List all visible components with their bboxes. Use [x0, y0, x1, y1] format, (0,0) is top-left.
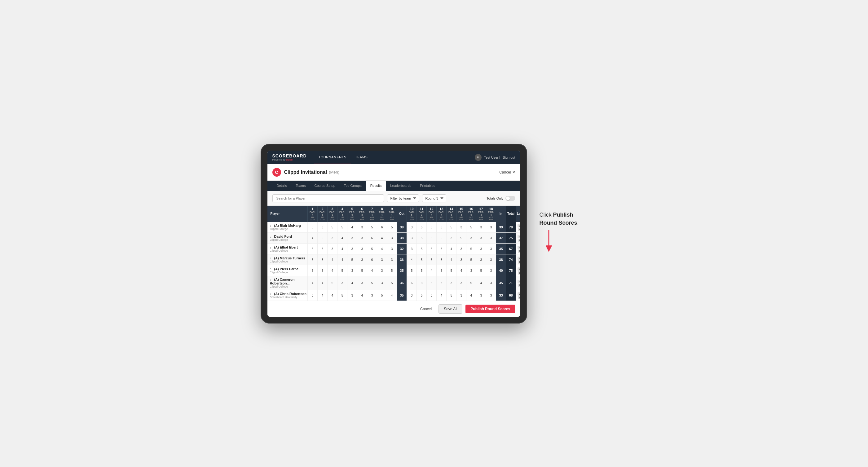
- score-input-hole-18[interactable]: [488, 258, 495, 261]
- score-input-hole-14[interactable]: [448, 247, 455, 251]
- score-input-hole-12[interactable]: [428, 226, 435, 229]
- score-input-hole-1[interactable]: [309, 269, 316, 272]
- score-hole-9[interactable]: [387, 254, 397, 265]
- score-input-hole-5[interactable]: [349, 258, 356, 261]
- score-input-hole-15[interactable]: [458, 237, 465, 240]
- score-input-hole-16[interactable]: [468, 281, 475, 285]
- tab-course-setup[interactable]: Course Setup: [310, 181, 340, 191]
- score-input-hole-14[interactable]: [448, 281, 455, 285]
- score-hole-15[interactable]: [457, 222, 466, 233]
- score-input-hole-11[interactable]: [418, 247, 425, 251]
- score-input-hole-6[interactable]: [359, 269, 366, 272]
- score-hole-17[interactable]: [476, 290, 486, 301]
- score-hole-5[interactable]: [347, 290, 357, 301]
- score-input-hole-10[interactable]: [408, 281, 415, 285]
- score-hole-17[interactable]: [476, 276, 486, 290]
- score-input-hole-2[interactable]: [319, 281, 326, 285]
- score-hole-11[interactable]: [417, 265, 427, 276]
- score-input-hole-3[interactable]: [329, 226, 336, 229]
- score-input-hole-16[interactable]: [468, 269, 475, 272]
- score-input-hole-2[interactable]: [319, 247, 326, 251]
- score-hole-8[interactable]: [377, 243, 387, 254]
- score-hole-4[interactable]: [338, 276, 347, 290]
- score-input-hole-3[interactable]: [329, 237, 336, 240]
- sign-out-link[interactable]: Sign out: [503, 156, 515, 159]
- score-hole-1[interactable]: [308, 243, 318, 254]
- score-hole-11[interactable]: [417, 276, 427, 290]
- score-input-hole-15[interactable]: [458, 269, 465, 272]
- score-hole-3[interactable]: [328, 276, 338, 290]
- score-input-hole-10[interactable]: [408, 247, 415, 251]
- score-hole-6[interactable]: [357, 222, 367, 233]
- search-input[interactable]: [272, 194, 384, 203]
- score-input-hole-13[interactable]: [438, 247, 445, 251]
- score-input-hole-17[interactable]: [478, 226, 485, 229]
- score-input-hole-7[interactable]: [369, 294, 376, 297]
- score-hole-14[interactable]: [446, 232, 457, 243]
- score-hole-8[interactable]: [377, 222, 387, 233]
- toggle-switch[interactable]: [505, 196, 515, 201]
- score-input-hole-1[interactable]: [309, 258, 316, 261]
- score-hole-12[interactable]: [427, 276, 437, 290]
- score-input-hole-13[interactable]: [438, 258, 445, 261]
- score-hole-16[interactable]: [466, 232, 476, 243]
- score-input-hole-12[interactable]: [428, 258, 435, 261]
- score-input-hole-8[interactable]: [379, 269, 385, 272]
- score-hole-14[interactable]: [446, 265, 457, 276]
- score-input-hole-10[interactable]: [408, 269, 415, 272]
- score-input-hole-2[interactable]: [319, 294, 326, 297]
- score-hole-4[interactable]: [338, 265, 347, 276]
- score-input-hole-5[interactable]: [349, 226, 356, 229]
- score-hole-4[interactable]: [338, 222, 347, 233]
- score-hole-6[interactable]: [357, 290, 367, 301]
- score-hole-3[interactable]: [328, 254, 338, 265]
- score-hole-6[interactable]: [357, 243, 367, 254]
- score-hole-4[interactable]: [338, 290, 347, 301]
- score-hole-12[interactable]: [427, 265, 437, 276]
- tab-tee-groups[interactable]: Tee Groups: [340, 181, 366, 191]
- score-input-hole-1[interactable]: [309, 281, 316, 285]
- score-input-hole-7[interactable]: [369, 281, 376, 285]
- score-input-hole-11[interactable]: [418, 237, 425, 240]
- score-hole-7[interactable]: [367, 265, 377, 276]
- score-input-hole-15[interactable]: [458, 247, 465, 251]
- score-hole-18[interactable]: [486, 232, 496, 243]
- score-input-hole-11[interactable]: [418, 226, 425, 229]
- score-input-hole-16[interactable]: [468, 237, 475, 240]
- dq-badge[interactable]: DQ: [518, 284, 520, 287]
- score-input-hole-13[interactable]: [438, 281, 445, 285]
- score-hole-5[interactable]: [347, 243, 357, 254]
- score-input-hole-6[interactable]: [359, 237, 366, 240]
- score-hole-3[interactable]: [328, 265, 338, 276]
- score-input-hole-15[interactable]: [458, 294, 465, 297]
- score-hole-2[interactable]: [318, 243, 328, 254]
- score-input-hole-10[interactable]: [408, 226, 415, 229]
- score-hole-3[interactable]: [328, 290, 338, 301]
- score-input-hole-5[interactable]: [349, 247, 356, 251]
- score-input-hole-9[interactable]: [389, 247, 396, 251]
- score-hole-8[interactable]: [377, 290, 387, 301]
- score-input-hole-2[interactable]: [319, 226, 326, 229]
- score-input-hole-4[interactable]: [339, 258, 346, 261]
- score-hole-17[interactable]: [476, 232, 486, 243]
- score-input-hole-18[interactable]: [488, 237, 495, 240]
- score-input-hole-4[interactable]: [339, 237, 346, 240]
- score-input-hole-8[interactable]: [379, 247, 385, 251]
- score-hole-6[interactable]: [357, 254, 367, 265]
- score-hole-17[interactable]: [476, 254, 486, 265]
- score-hole-1[interactable]: [308, 232, 318, 243]
- score-hole-11[interactable]: [417, 232, 427, 243]
- score-input-hole-18[interactable]: [488, 281, 495, 285]
- score-hole-18[interactable]: [486, 265, 496, 276]
- score-input-hole-4[interactable]: [339, 281, 346, 285]
- score-input-hole-8[interactable]: [379, 281, 385, 285]
- score-hole-18[interactable]: [486, 276, 496, 290]
- score-input-hole-8[interactable]: [379, 237, 385, 240]
- score-input-hole-13[interactable]: [438, 226, 445, 229]
- score-hole-2[interactable]: [318, 232, 328, 243]
- score-input-hole-6[interactable]: [359, 226, 366, 229]
- score-hole-1[interactable]: [308, 265, 318, 276]
- score-hole-13[interactable]: [437, 254, 446, 265]
- dq-badge[interactable]: DQ: [518, 296, 520, 299]
- score-hole-12[interactable]: [427, 232, 437, 243]
